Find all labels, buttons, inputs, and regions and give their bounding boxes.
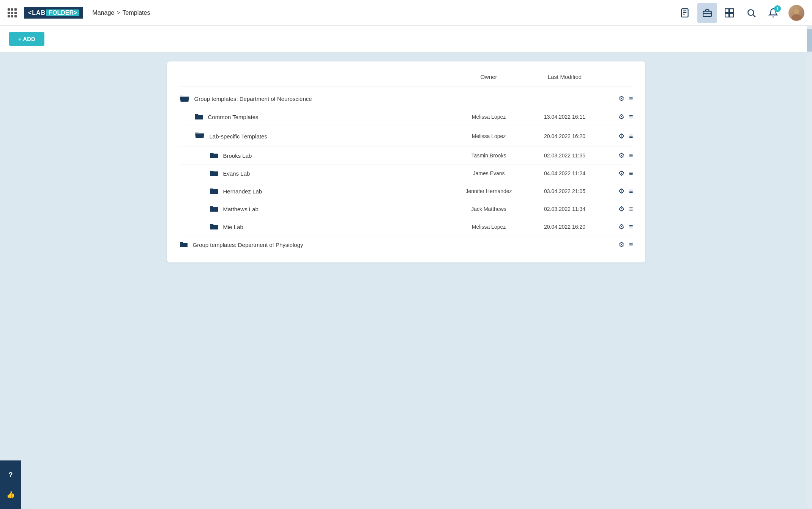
row-modified: 13.04.2022 16:11 [527, 114, 603, 120]
svg-point-14 [748, 9, 754, 15]
col-modified-header: Last Modified [527, 74, 603, 80]
row-name: Common Templates [194, 113, 451, 121]
row-modified: 04.04.2022 11:24 [527, 170, 603, 176]
row-modified: 20.04.2022 16:20 [527, 224, 603, 230]
gear-icon[interactable]: ⚙ [618, 223, 624, 231]
row-label: Mie Lab [223, 224, 243, 230]
breadcrumb-manage[interactable]: Manage [92, 9, 114, 16]
svg-rect-13 [730, 13, 733, 17]
row-label: Hernandez Lab [223, 188, 262, 195]
svg-line-15 [753, 14, 755, 17]
app-grid-icon[interactable] [8, 8, 17, 17]
scrollbar-thumb[interactable] [807, 29, 812, 52]
row-actions: ⚙ ≡ [603, 205, 633, 213]
gear-icon[interactable]: ⚙ [618, 151, 624, 160]
matthews-lab-label: Matthews Lab [223, 206, 259, 212]
svg-rect-7 [703, 11, 711, 16]
menu-icon[interactable]: ≡ [629, 132, 633, 140]
folder-icon [179, 240, 188, 249]
svg-rect-11 [730, 9, 733, 13]
table-row: Common Templates Melissa Lopez 13.04.202… [179, 108, 633, 126]
help-button[interactable]: ? [2, 467, 19, 483]
row-name: Matthews Lab [210, 205, 451, 213]
row-modified: 02.03.2022 11:34 [527, 206, 603, 212]
gear-icon[interactable]: ⚙ [618, 132, 624, 140]
menu-icon[interactable]: ≡ [629, 187, 633, 195]
logo[interactable]: <LAB FOLDER> [24, 7, 83, 19]
breadcrumb-separator: > [117, 9, 120, 16]
row-modified: 03.04.2022 21:05 [527, 188, 603, 194]
feedback-button[interactable]: 👍 [2, 486, 19, 503]
row-name: Mie Lab [210, 223, 451, 231]
row-label: Brooks Lab [223, 152, 252, 159]
row-owner: Melissa Lopez [451, 133, 527, 139]
menu-icon[interactable]: ≡ [629, 241, 633, 249]
row-name: Brooks Lab [210, 151, 451, 160]
briefcase-nav-btn[interactable] [697, 3, 717, 23]
row-owner: James Evans [451, 170, 527, 176]
sidebar-bottom: ? 👍 [0, 460, 21, 509]
row-label: Group templates: Department of Neuroscie… [194, 96, 312, 102]
svg-rect-10 [725, 9, 729, 13]
row-actions: ⚙ ≡ [603, 240, 633, 249]
thumbsup-icon: 👍 [6, 490, 15, 499]
row-actions: ⚙ ≡ [603, 132, 633, 140]
content-card: Owner Last Modified Group templates: Dep… [167, 61, 645, 262]
breadcrumb-current: Templates [123, 9, 150, 16]
menu-icon[interactable]: ≡ [629, 170, 633, 178]
subheader: + ADD [0, 26, 812, 52]
folder-icon [210, 169, 219, 178]
avatar[interactable] [788, 5, 804, 21]
svg-point-16 [794, 9, 799, 14]
svg-point-17 [792, 14, 801, 20]
folder-open-icon [194, 130, 205, 142]
gear-icon[interactable]: ⚙ [618, 205, 624, 213]
folder-icon [210, 187, 219, 195]
notebook-nav-btn[interactable] [675, 3, 695, 23]
dashboard-nav-btn[interactable] [719, 3, 739, 23]
navbar: <LAB FOLDER> Manage > Templates [0, 0, 812, 26]
scrollbar-track[interactable] [807, 26, 812, 509]
row-actions: ⚙ ≡ [603, 94, 633, 103]
menu-icon[interactable]: ≡ [629, 152, 633, 160]
breadcrumb: Manage > Templates [92, 9, 150, 16]
col-owner-header: Owner [451, 74, 527, 80]
gear-icon[interactable]: ⚙ [618, 187, 624, 195]
gear-icon[interactable]: ⚙ [618, 113, 624, 121]
gear-icon[interactable]: ⚙ [618, 94, 624, 103]
row-label: Group templates: Department of Physiolog… [193, 242, 303, 248]
table-row: Brooks Lab Tasmin Brooks 02.03.2022 11:3… [179, 147, 633, 165]
row-modified: 02.03.2022 11:35 [527, 152, 603, 159]
row-owner: Melissa Lopez [451, 114, 527, 120]
row-owner: Jennifer Hernandez [451, 188, 527, 194]
row-name: Lab-specific Templates [194, 130, 451, 142]
folder-icon [210, 223, 219, 231]
row-owner: Melissa Lopez [451, 224, 527, 230]
menu-icon[interactable]: ≡ [629, 223, 633, 231]
row-label: Common Templates [208, 114, 259, 120]
row-name: Group templates: Department of Neuroscie… [179, 94, 451, 103]
notification-nav-btn[interactable]: 1 [763, 3, 783, 23]
table-row: Mie Lab Melissa Lopez 20.04.2022 16:20 ⚙… [179, 218, 633, 236]
row-actions: ⚙ ≡ [603, 151, 633, 160]
folder-icon [210, 205, 219, 213]
row-label: Evans Lab [223, 170, 250, 177]
row-label: Lab-specific Templates [210, 133, 267, 140]
notification-badge: 1 [774, 5, 781, 12]
svg-rect-12 [725, 13, 729, 17]
row-owner: Jack Matthews [451, 206, 527, 212]
menu-icon[interactable]: ≡ [629, 113, 633, 121]
search-nav-btn[interactable] [741, 3, 761, 23]
table-row: Group templates: Department of Neuroscie… [179, 90, 633, 108]
row-actions: ⚙ ≡ [603, 113, 633, 121]
gear-icon[interactable]: ⚙ [618, 240, 624, 249]
add-button[interactable]: + ADD [9, 32, 44, 46]
folder-icon [210, 151, 219, 160]
logo-folder-text: FOLDER> [46, 9, 79, 16]
menu-icon[interactable]: ≡ [629, 205, 633, 213]
folder-icon [194, 113, 203, 121]
row-owner: Tasmin Brooks [451, 152, 527, 159]
menu-icon[interactable]: ≡ [629, 95, 633, 103]
gear-icon[interactable]: ⚙ [618, 169, 624, 178]
table-row: Matthews Lab Jack Matthews 02.03.2022 11… [179, 200, 633, 218]
